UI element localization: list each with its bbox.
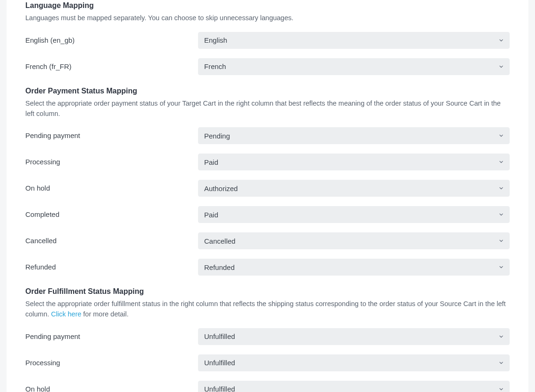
fulfillment-select-wrap: Unfulfilled (198, 381, 510, 392)
fulfillment-select-wrap: Unfulfilled (198, 328, 510, 345)
settings-panel: Language Mapping Languages must be mappe… (7, 0, 528, 392)
payment-select-wrap: Paid (198, 154, 510, 170)
fulfillment-select-on-hold[interactable]: Unfulfilled (198, 381, 510, 392)
language-select-english[interactable]: English (198, 32, 510, 49)
payment-select-wrap: Paid (198, 206, 510, 223)
payment-source-label: Cancelled (25, 236, 198, 246)
fulfillment-status-row: Processing Unfulfilled (25, 354, 510, 371)
fulfillment-status-title: Order Fulfillment Status Mapping (25, 286, 510, 297)
payment-select-cancelled[interactable]: Cancelled (198, 232, 510, 249)
payment-select-on-hold[interactable]: Authorized (198, 180, 510, 197)
fulfillment-select-pending-payment[interactable]: Unfulfilled (198, 328, 510, 345)
payment-select-wrap: Pending (198, 127, 510, 144)
fulfillment-status-desc: Select the appropriate order fulfillment… (25, 299, 510, 320)
payment-status-row: Pending payment Pending (25, 127, 510, 144)
fulfillment-select-processing[interactable]: Unfulfilled (198, 354, 510, 371)
page: Language Mapping Languages must be mappe… (0, 0, 535, 392)
payment-select-completed[interactable]: Paid (198, 206, 510, 223)
language-source-label: English (en_gb) (25, 35, 198, 46)
language-select-french[interactable]: French (198, 58, 510, 75)
fulfillment-status-row: On hold Unfulfilled (25, 381, 510, 392)
fulfillment-source-label: Pending payment (25, 331, 198, 342)
payment-status-row: Refunded Refunded (25, 259, 510, 276)
payment-status-row: Cancelled Cancelled (25, 232, 510, 249)
language-row: French (fr_FR) French (25, 58, 510, 75)
language-select-wrap: English (198, 32, 510, 49)
fulfillment-select-wrap: Unfulfilled (198, 354, 510, 371)
language-mapping-title: Language Mapping (25, 0, 510, 11)
payment-select-wrap: Authorized (198, 180, 510, 197)
language-source-label: French (fr_FR) (25, 61, 198, 72)
payment-source-label: Pending payment (25, 131, 198, 141)
fulfillment-desc-post: for more detail. (81, 310, 129, 318)
payment-select-refunded[interactable]: Refunded (198, 259, 510, 276)
payment-status-title: Order Payment Status Mapping (25, 85, 510, 97)
payment-source-label: Processing (25, 157, 198, 168)
language-select-wrap: French (198, 58, 510, 75)
payment-select-wrap: Refunded (198, 259, 510, 276)
fulfillment-source-label: On hold (25, 384, 198, 392)
language-mapping-desc: Languages must be mapped separately. You… (25, 13, 510, 23)
payment-select-pending-payment[interactable]: Pending (198, 127, 510, 144)
payment-status-row: Processing Paid (25, 154, 510, 170)
language-row: English (en_gb) English (25, 32, 510, 49)
payment-source-label: On hold (25, 183, 198, 194)
payment-status-desc: Select the appropriate order payment sta… (25, 99, 510, 119)
payment-status-row: Completed Paid (25, 206, 510, 223)
payment-select-processing[interactable]: Paid (198, 154, 510, 170)
payment-source-label: Refunded (25, 262, 198, 273)
payment-status-row: On hold Authorized (25, 180, 510, 197)
payment-source-label: Completed (25, 209, 198, 220)
fulfillment-click-here-link[interactable]: Click here (51, 310, 81, 318)
fulfillment-status-row: Pending payment Unfulfilled (25, 328, 510, 345)
payment-select-wrap: Cancelled (198, 232, 510, 249)
fulfillment-source-label: Processing (25, 358, 198, 369)
